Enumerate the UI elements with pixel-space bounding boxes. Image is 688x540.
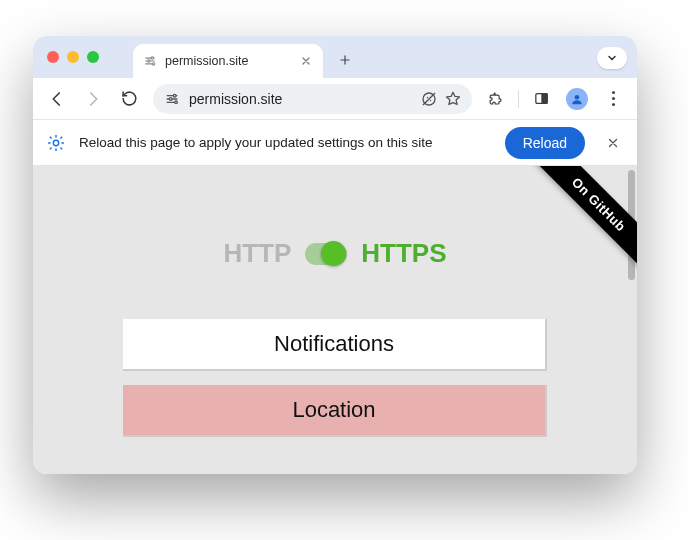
infobar: Reload this page to apply your updated s… xyxy=(33,120,637,166)
window-titlebar: permission.site xyxy=(33,36,637,78)
permission-button-list: Notifications Location xyxy=(33,319,637,437)
svg-point-5 xyxy=(175,101,178,104)
reload-button[interactable] xyxy=(113,83,145,115)
kebab-menu-icon xyxy=(612,91,615,106)
minimize-window-button[interactable] xyxy=(67,51,79,63)
back-button[interactable] xyxy=(41,83,73,115)
svg-point-1 xyxy=(148,60,150,62)
browser-tab-active[interactable]: permission.site xyxy=(133,44,323,78)
svg-point-8 xyxy=(430,99,432,101)
svg-point-7 xyxy=(427,96,429,98)
profile-button[interactable] xyxy=(561,83,593,115)
protocol-switch[interactable] xyxy=(305,243,347,265)
tab-close-button[interactable] xyxy=(299,54,313,68)
side-panel-button[interactable] xyxy=(525,83,557,115)
infobar-reload-button[interactable]: Reload xyxy=(505,127,585,159)
protocol-toggle: HTTP HTTPS xyxy=(33,166,637,319)
tab-strip: permission.site xyxy=(133,36,589,78)
page-content: On GitHub HTTP HTTPS Notifications Locat… xyxy=(33,166,637,474)
address-bar[interactable]: permission.site xyxy=(153,84,472,114)
window-controls xyxy=(47,51,99,63)
omnibox-actions xyxy=(420,90,462,108)
browser-toolbar: permission.site xyxy=(33,78,637,120)
blocked-cookie-icon[interactable] xyxy=(420,90,438,108)
svg-point-3 xyxy=(173,94,176,97)
svg-point-2 xyxy=(152,63,154,65)
close-window-button[interactable] xyxy=(47,51,59,63)
switch-knob xyxy=(321,241,346,266)
svg-point-4 xyxy=(169,97,172,100)
tab-favicon-tune-icon xyxy=(143,54,157,68)
site-settings-tune-icon[interactable] xyxy=(163,90,181,108)
maximize-window-button[interactable] xyxy=(87,51,99,63)
kebab-menu-button[interactable] xyxy=(597,83,629,115)
protocol-http-label: HTTP xyxy=(223,238,291,269)
forward-button[interactable] xyxy=(77,83,109,115)
url-text: permission.site xyxy=(189,91,282,107)
infobar-close-button[interactable] xyxy=(601,131,625,155)
location-button[interactable]: Location xyxy=(123,385,547,437)
toolbar-divider xyxy=(518,90,519,108)
svg-point-11 xyxy=(575,94,580,99)
infobar-message: Reload this page to apply your updated s… xyxy=(79,135,493,150)
svg-point-12 xyxy=(53,140,58,145)
browser-window: permission.site xyxy=(33,36,637,474)
tab-title: permission.site xyxy=(165,54,291,68)
new-tab-button[interactable] xyxy=(331,46,359,74)
bookmark-star-icon[interactable] xyxy=(444,90,462,108)
settings-gear-icon xyxy=(45,132,67,154)
svg-point-0 xyxy=(151,57,153,59)
window-dropdown-button[interactable] xyxy=(597,47,627,69)
protocol-https-label: HTTPS xyxy=(361,238,446,269)
profile-avatar-icon xyxy=(566,88,588,110)
svg-rect-10 xyxy=(542,94,547,104)
extensions-button[interactable] xyxy=(480,83,512,115)
notifications-button[interactable]: Notifications xyxy=(123,319,547,371)
